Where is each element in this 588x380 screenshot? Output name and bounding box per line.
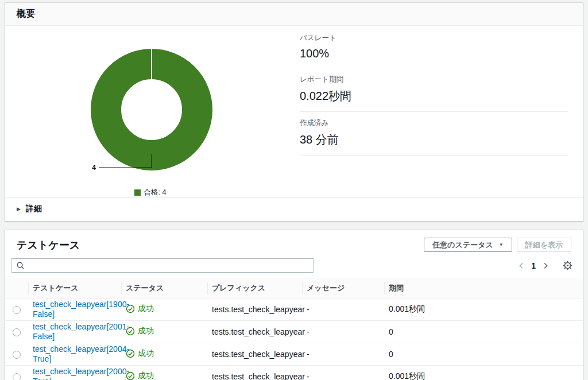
show-details-button[interactable]: 詳細を表示: [517, 238, 571, 252]
stat-value: 38 分前: [300, 132, 568, 148]
column-header-duration: 期間: [384, 278, 583, 298]
search-box[interactable]: [11, 258, 314, 273]
legend-swatch-passed: [134, 189, 141, 196]
prefix-cell: tests.test_check_leapyear: [207, 321, 302, 343]
stat-value: 0.022秒間: [300, 88, 568, 104]
status-badge: 成功: [126, 371, 154, 380]
stat-pass-rate: パスレート 100%: [300, 33, 568, 68]
overview-card-header: 概要: [5, 3, 583, 26]
status-badge: 成功: [126, 304, 154, 314]
status-text: 成功: [138, 371, 154, 380]
duration-cell: 0.001秒間: [384, 298, 583, 321]
testcases-card: テストケース 任意のステータス ▼ 詳細を表示 1: [5, 230, 583, 380]
chart-column: 4 合格: 4: [5, 26, 295, 197]
row-select-radio[interactable]: [13, 306, 21, 314]
success-check-icon: [126, 327, 135, 336]
testcases-toolbar: 1: [5, 257, 583, 278]
table-row: test_check_leapyear[2004-True]成功tests.te…: [5, 343, 583, 366]
column-header-testcase: テストケース: [28, 278, 121, 298]
overview-stats: パスレート 100% レポート期間 0.022秒間 作成済み 38 分前: [295, 26, 583, 197]
chevron-down-icon: ▼: [499, 242, 504, 247]
stat-value: 100%: [300, 47, 568, 60]
stat-report-duration: レポート期間 0.022秒間: [300, 68, 568, 112]
legend-label-passed: 合格: 4: [144, 188, 167, 197]
prefix-cell: tests.test_check_leapyear: [207, 366, 302, 380]
stat-created: 作成済み 38 分前: [300, 112, 568, 156]
status-badge: 成功: [126, 326, 154, 336]
status-filter-label: 任意のステータス: [432, 240, 493, 250]
status-text: 成功: [138, 348, 154, 359]
row-select-radio[interactable]: [13, 373, 21, 380]
success-check-icon: [126, 349, 135, 358]
next-page-button[interactable]: [539, 259, 552, 272]
column-header-status: ステータス: [121, 278, 207, 298]
column-header-message: メッセージ: [302, 278, 384, 298]
expander-arrow-icon: ▶: [17, 206, 21, 212]
details-expander[interactable]: ▶ 詳細: [5, 197, 583, 221]
prefix-cell: tests.test_check_leapyear: [207, 343, 302, 366]
testcase-link[interactable]: test_check_leapyear[1900-False]: [33, 300, 129, 319]
duration-cell: 0: [384, 343, 583, 366]
message-cell: -: [302, 298, 384, 321]
search-icon: [16, 261, 25, 270]
duration-cell: 0: [384, 321, 583, 343]
testcase-link[interactable]: test_check_leapyear[2000-True]: [33, 367, 129, 380]
select-column-header: [5, 278, 28, 298]
expander-label: 詳細: [26, 204, 42, 214]
search-input[interactable]: [28, 261, 309, 270]
pagination: 1: [515, 259, 574, 272]
status-badge: 成功: [126, 348, 154, 359]
message-cell: -: [302, 366, 384, 380]
table-row: test_check_leapyear[2001-False]成功tests.t…: [5, 321, 583, 343]
table-row: test_check_leapyear[2000-True]成功tests.te…: [5, 366, 583, 380]
status-text: 成功: [138, 326, 154, 336]
testcases-title: テストケース: [17, 238, 80, 252]
chevron-right-icon: [541, 262, 550, 270]
table-settings-button[interactable]: [561, 259, 574, 272]
overview-title: 概要: [17, 8, 571, 20]
chart-legend[interactable]: 合格: 4: [5, 188, 295, 197]
testcase-link[interactable]: test_check_leapyear[2004-True]: [33, 344, 129, 364]
table-row: test_check_leapyear[1900-False]成功tests.t…: [5, 298, 583, 321]
overview-body: 4 合格: 4 パスレート 100% レポート期間 0.022秒間 作成済み 3…: [5, 26, 583, 197]
testcases-actions: 任意のステータス ▼ 詳細を表示: [424, 238, 571, 252]
duration-cell: 0.001秒間: [384, 366, 583, 380]
column-header-prefix: プレフィックス: [207, 278, 302, 298]
stat-label: パスレート: [300, 33, 568, 43]
testcases-table: テストケース ステータス プレフィックス メッセージ 期間 test_check…: [5, 278, 583, 380]
page-number[interactable]: 1: [528, 261, 539, 270]
chevron-left-icon: [517, 262, 525, 270]
message-cell: -: [302, 343, 384, 366]
testcases-header: テストケース 任意のステータス ▼ 詳細を表示: [5, 230, 583, 257]
row-select-radio[interactable]: [13, 328, 21, 336]
success-check-icon: [126, 304, 135, 313]
status-filter-dropdown[interactable]: 任意のステータス ▼: [424, 238, 512, 252]
pass-rate-donut-chart: 4: [5, 26, 295, 184]
stat-label: レポート期間: [300, 75, 568, 84]
table-header-row: テストケース ステータス プレフィックス メッセージ 期間: [5, 278, 583, 298]
message-cell: -: [302, 321, 384, 343]
previous-page-button[interactable]: [515, 259, 528, 272]
overview-card: 概要 4 合格: 4 パスレート 100% レポート期間 0.022秒間: [5, 2, 583, 222]
success-check-icon: [126, 371, 135, 380]
gear-icon: [563, 261, 572, 270]
status-text: 成功: [138, 304, 154, 314]
row-select-radio[interactable]: [13, 351, 21, 359]
stat-label: 作成済み: [300, 118, 568, 128]
donut-callout-label: 4: [92, 164, 96, 172]
prefix-cell: tests.test_check_leapyear: [207, 298, 302, 321]
testcase-link[interactable]: test_check_leapyear[2001-False]: [33, 322, 129, 342]
